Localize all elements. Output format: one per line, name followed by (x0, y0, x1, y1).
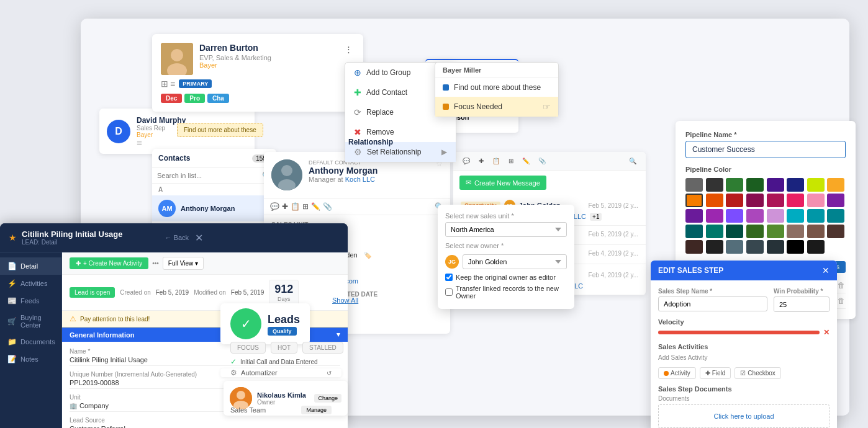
activity-btn[interactable]: Activity (658, 367, 696, 379)
checkbox-label: Checkbox (748, 370, 775, 377)
keep-editor-checkbox[interactable] (445, 274, 453, 281)
transfer-records-checkbox[interactable] (445, 288, 453, 296)
color-swatch-32[interactable] (827, 225, 844, 238)
view-button[interactable]: Full View ▾ (163, 257, 204, 270)
sub-menu-find-out[interactable]: Find out more about these (435, 78, 558, 97)
lead-nav-buying[interactable]: 🛒 Buying Center (0, 310, 61, 333)
velocity-clear[interactable]: ✕ (823, 328, 830, 337)
contact-row-anthony[interactable]: AM Anthony Morgan (152, 195, 265, 221)
lead-nav-feeds[interactable]: 📰 Feeds (0, 292, 61, 310)
add-activity-prompt: Add Sales Activity (658, 354, 707, 361)
transfer-records-row: Transfer linked records to the new Owner (445, 283, 567, 301)
color-swatch-6[interactable] (787, 178, 804, 192)
field-btn[interactable]: ✚ Field (700, 367, 731, 379)
color-swatch-12[interactable] (746, 194, 764, 207)
color-swatch-2[interactable] (706, 178, 723, 192)
owner-select[interactable]: John Golden (463, 254, 567, 269)
contacts-search-input[interactable] (157, 172, 260, 179)
company-link[interactable]: Koch LLC (345, 176, 375, 183)
create-message-button[interactable]: ✉ Create New Message (459, 176, 546, 190)
manage-button[interactable]: Manage (301, 406, 332, 414)
color-swatch-35[interactable] (726, 240, 743, 254)
color-swatch-36[interactable] (746, 240, 764, 254)
color-swatch-11[interactable] (726, 194, 743, 207)
color-swatch-39[interactable] (807, 240, 825, 254)
color-swatch-14[interactable] (787, 194, 804, 207)
dialog-close-button[interactable]: ✕ (822, 265, 830, 275)
feed-btn-5[interactable]: ✏️ (519, 156, 533, 166)
step-name-input[interactable] (658, 296, 767, 311)
color-swatch-7[interactable] (807, 178, 825, 192)
automatizer-icon: ⚙ (230, 368, 237, 377)
color-swatch-5[interactable] (767, 178, 784, 192)
color-swatch-4[interactable] (746, 178, 764, 192)
color-swatch-21[interactable] (767, 209, 784, 223)
detail-icon: 📄 (7, 262, 17, 270)
color-swatch-13[interactable] (767, 194, 784, 207)
feed-btn-1[interactable]: 💬 (459, 156, 473, 166)
lead-nav-notes[interactable]: 📝 Notes (0, 350, 61, 368)
feed-btn-2[interactable]: ✚ (476, 156, 487, 166)
color-swatch-17[interactable] (685, 209, 703, 223)
lead-close-button[interactable]: ✕ (195, 232, 203, 244)
color-swatch-15[interactable] (807, 194, 825, 207)
color-swatch-16[interactable] (827, 194, 844, 207)
checkbox-btn[interactable]: ☑ Checkbox (735, 367, 780, 379)
color-swatch-25[interactable] (685, 225, 703, 238)
color-swatch-orange[interactable] (685, 194, 703, 207)
feed-filter[interactable]: 🔍 (626, 156, 640, 166)
feed-btn-6[interactable]: 📎 (535, 156, 549, 166)
color-swatch-1[interactable] (685, 178, 703, 192)
feed-btn-4[interactable]: ⊞ (505, 156, 517, 166)
color-swatch-8[interactable] (827, 178, 844, 192)
color-swatch-18[interactable] (706, 209, 723, 223)
automatizer-toggle[interactable]: ↺ (327, 370, 332, 377)
days-label: Days (274, 296, 293, 302)
color-swatch-31[interactable] (807, 225, 825, 238)
color-swatch-23[interactable] (807, 209, 825, 223)
color-swatch-26[interactable] (706, 225, 723, 238)
velocity-slider[interactable] (658, 331, 820, 334)
step-delete-2[interactable]: 🗑 (837, 296, 846, 306)
color-swatch-28[interactable] (746, 225, 764, 238)
lead-header: ★ Citilink Piling Initial Usage LEAD: De… (0, 223, 348, 252)
step-delete-1[interactable]: 🗑 (837, 280, 846, 290)
lead-nav-detail[interactable]: 📄 Detail (0, 257, 61, 275)
color-swatch-34[interactable] (706, 240, 723, 254)
color-swatch-37[interactable] (767, 240, 784, 254)
create-activity-button[interactable]: ✚ + Create New Activity (70, 257, 148, 269)
show-all-link[interactable]: Show All (332, 296, 358, 304)
color-swatch-10[interactable] (706, 194, 723, 207)
color-swatch-19[interactable] (726, 209, 743, 223)
upload-area[interactable]: Click here to upload (658, 404, 830, 428)
anthony-avatar-small: AM (158, 200, 176, 217)
color-swatch-30[interactable] (787, 225, 804, 238)
color-swatch-33[interactable] (685, 240, 703, 254)
color-swatch-27[interactable] (726, 225, 743, 238)
change-button[interactable]: Change (314, 394, 341, 403)
color-swatch-3[interactable] (726, 178, 743, 192)
lead-star-icon[interactable]: ★ (9, 233, 17, 243)
lead-title: Citilink Piling Initial Usage (22, 230, 123, 239)
color-swatch-22[interactable] (787, 209, 804, 223)
win-prob-input[interactable] (774, 298, 830, 311)
color-swatch-24[interactable] (827, 209, 844, 223)
pipeline-name-input[interactable] (685, 141, 846, 158)
color-swatch-29[interactable] (767, 225, 784, 238)
lead-nav-activities[interactable]: ⚡ Activities (0, 275, 61, 292)
lead-nav-documents[interactable]: 📁 Documents (0, 333, 61, 350)
lead-title-area: Citilink Piling Initial Usage LEAD: Deta… (22, 230, 123, 246)
source-form-value: Customer Referral (70, 425, 340, 428)
activity-buttons-row: Activity ✚ Field ☑ Checkbox (658, 367, 830, 379)
more-options-button[interactable]: ⋮ (342, 43, 355, 55)
sub-menu-focus[interactable]: Focus Needed ☞ (435, 97, 558, 117)
sales-unit-select[interactable]: North America (445, 222, 567, 237)
feed-time-1: Feb 5, 2019 (2 y... (589, 202, 638, 209)
color-swatch-20[interactable] (746, 209, 764, 223)
color-swatch-38[interactable] (787, 240, 804, 254)
activities-icon: ⚡ (7, 279, 17, 288)
feed-btn-3[interactable]: 📋 (489, 156, 503, 166)
back-button[interactable]: ← Back (165, 234, 189, 241)
lead-content-header: ✚ + Create New Activity ••• Full View ▾ (62, 252, 348, 275)
gen-info-expand[interactable]: ▾ (337, 331, 340, 339)
